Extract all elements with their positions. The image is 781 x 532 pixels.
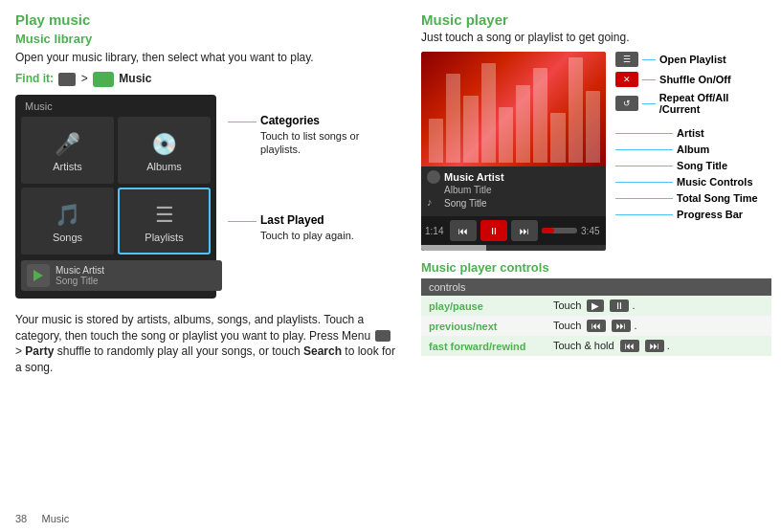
callout-progress-bar: Progress Bar xyxy=(615,209,771,220)
progress-bar[interactable] xyxy=(542,228,577,233)
art-bar-3 xyxy=(463,96,478,163)
art-bar-10 xyxy=(586,91,600,163)
now-playing-song: Song Title xyxy=(56,276,216,286)
last-played-callout: Last Played Touch to play again. xyxy=(228,213,396,242)
prev-button[interactable]: ⏮ xyxy=(450,220,477,241)
artist-line xyxy=(615,133,673,134)
art-bar-9 xyxy=(569,57,583,163)
music-app: Music 🎤 Artists 💿 Albums 🎵 Songs xyxy=(15,95,216,299)
player-info: Music Artist Album Title ♪ Song Title xyxy=(421,166,606,216)
music-cell-artists[interactable]: 🎤 Artists xyxy=(21,117,114,184)
last-played-callout-text: Touch to play again. xyxy=(260,229,354,242)
table-row: previous/next Touch ⏮ ⏭ . xyxy=(421,316,771,336)
music-app-title: Music xyxy=(21,100,211,112)
art-bar-4 xyxy=(481,63,496,163)
shuffle-btn: ✕ xyxy=(615,72,638,87)
now-playing-artist: Music Artist xyxy=(56,265,216,276)
callout-repeat: ↺ Repeat Off/All /Current xyxy=(615,92,771,115)
albums-icon: 💿 xyxy=(151,132,177,157)
action-play-pause: play/pause xyxy=(421,296,546,316)
page-number: 38 Music xyxy=(15,513,69,524)
page-title: Play music xyxy=(15,11,396,28)
album-callout-label: Album xyxy=(677,144,709,155)
note-icon: ♪ xyxy=(427,196,440,210)
progress-bar-line xyxy=(615,214,673,215)
play-btn-mini: ▶ xyxy=(587,299,604,312)
controls-section-title: Music player controls xyxy=(421,260,771,275)
songs-icon: 🎵 xyxy=(55,203,80,228)
repeat-line xyxy=(642,103,656,104)
play-button[interactable] xyxy=(27,264,50,287)
total-song-time-line xyxy=(615,198,673,199)
music-app-wrapper: Music 🎤 Artists 💿 Albums 🎵 Songs xyxy=(15,95,216,306)
bottom-text-1: Your music is stored by artists, albums,… xyxy=(15,313,370,343)
last-played-text: Last Played Touch to play again. xyxy=(260,213,354,242)
time-start: 1:14 xyxy=(425,226,446,236)
shuffle-line xyxy=(642,79,656,80)
art-bar-7 xyxy=(533,68,547,163)
find-it-row: Find it: > Music xyxy=(15,72,396,87)
album-art-bars xyxy=(421,52,606,166)
playlists-label: Playlists xyxy=(145,232,183,243)
action-ff-rw: fast forward/rewind xyxy=(421,336,546,356)
repeat-label: Repeat Off/All /Current xyxy=(659,92,771,115)
time-end: 3:45 xyxy=(581,226,602,236)
find-it-label: Find it: xyxy=(15,72,54,85)
music-cell-songs[interactable]: 🎵 Songs xyxy=(21,188,114,255)
music-cell-albums[interactable]: 💿 Albums xyxy=(118,117,211,184)
categories-connector xyxy=(228,122,257,122)
play-icon xyxy=(33,270,43,281)
table-row: play/pause Touch ▶ ⏸ . xyxy=(421,296,771,316)
categories-text: Categories Touch to list songs or playli… xyxy=(260,114,396,157)
player-song-name: Song Title xyxy=(444,198,486,209)
left-column: Play music Music library Open your music… xyxy=(0,0,412,532)
progress-fill xyxy=(542,228,554,233)
bottom-paragraph: Your music is stored by artists, albums,… xyxy=(15,312,396,376)
search-label: Search xyxy=(303,344,342,358)
total-progress-bar xyxy=(421,245,606,251)
callout-shuffle: ✕ Shuffle On/Off xyxy=(615,72,771,87)
player-album-row: Album Title xyxy=(427,185,600,195)
music-player-widget: Music Artist Album Title ♪ Song Title 1:… xyxy=(421,52,606,251)
rw-btn-mini: ⏭ xyxy=(645,340,664,352)
pause-btn-mini: ⏸ xyxy=(610,299,629,312)
action-prev-next-desc: Touch ⏮ ⏭ . xyxy=(546,316,771,336)
open-playlist-line xyxy=(642,59,656,60)
now-playing-info: Music Artist Song Title xyxy=(56,265,216,286)
player-artist-name: Music Artist xyxy=(444,171,504,183)
intro-text: Open your music library, then select wha… xyxy=(15,50,396,66)
ff-btn-mini: ⏮ xyxy=(620,340,639,352)
categories-callout-text: Touch to list songs or playlists. xyxy=(260,129,396,157)
action-prev-next: previous/next xyxy=(421,316,546,336)
callout-music-controls: Music Controls xyxy=(615,176,771,188)
art-bar-8 xyxy=(550,113,565,163)
music-library-title: Music library xyxy=(15,32,396,46)
right-column: Music player Just touch a song or playli… xyxy=(412,0,781,532)
progress-bar-label: Progress Bar xyxy=(677,209,743,220)
player-artist-row: Music Artist xyxy=(427,170,600,184)
music-cell-playlists[interactable]: ☰ Playlists xyxy=(118,188,211,255)
callout-total-song-time: Total Song Time xyxy=(615,192,771,204)
songs-label: Songs xyxy=(53,232,82,243)
categories-callout: Categories Touch to list songs or playli… xyxy=(228,114,396,157)
bottom-text-2: shuffle to randomly play all your songs,… xyxy=(57,344,303,358)
playlists-icon: ☰ xyxy=(155,203,174,228)
next-button[interactable]: ⏭ xyxy=(511,220,538,241)
total-progress-fill xyxy=(421,245,486,251)
open-playlist-label: Open Playlist xyxy=(659,54,726,65)
music-controls-callout-label: Music Controls xyxy=(677,176,752,188)
left-callouts: Categories Touch to list songs or playli… xyxy=(228,95,396,243)
artists-label: Artists xyxy=(53,161,82,172)
now-playing-bar[interactable]: Music Artist Song Title xyxy=(21,260,222,291)
table-row: fast forward/rewind Touch & hold ⏮ ⏭ . xyxy=(421,336,771,356)
song-title-callout-label: Song Title xyxy=(677,160,727,171)
pause-icon: ⏸ xyxy=(489,226,499,236)
controls-table: controls play/pause Touch ▶ ⏸ . previous… xyxy=(421,278,771,356)
art-bar-1 xyxy=(429,119,443,163)
find-it-arrow: > xyxy=(81,72,91,85)
music-player-title: Music player xyxy=(421,11,771,28)
callout-album: Album xyxy=(615,144,771,155)
pause-button[interactable]: ⏸ xyxy=(480,220,507,241)
prev-btn-mini: ⏮ xyxy=(587,320,606,332)
callout-open-playlist: ☰ Open Playlist xyxy=(615,52,771,67)
